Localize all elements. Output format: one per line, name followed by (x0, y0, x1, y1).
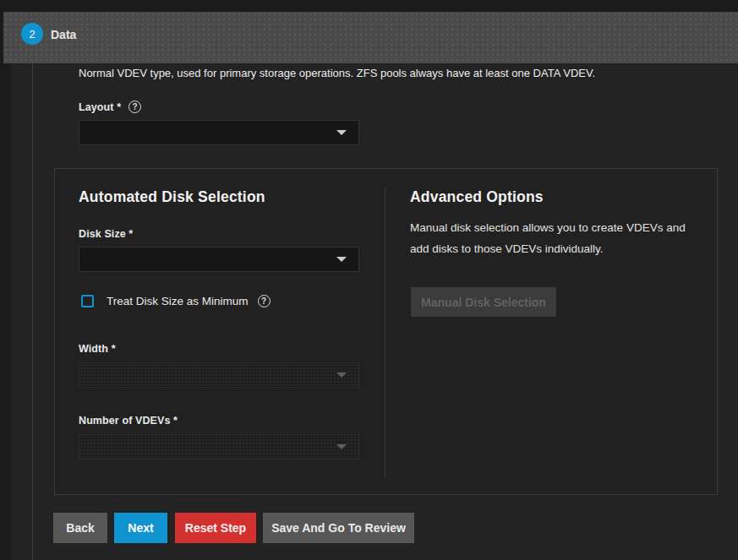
treat-min-help-icon[interactable]: ? (258, 295, 271, 307)
vdevs-label-row: Number of VDEVs * (79, 415, 178, 427)
advanced-section-title: Advanced Options (410, 188, 544, 206)
back-button[interactable]: Back (53, 513, 107, 543)
save-and-review-button[interactable]: Save And Go To Review (263, 513, 414, 543)
reset-step-button[interactable]: Reset Step (175, 513, 256, 543)
next-button[interactable]: Next (114, 513, 167, 543)
chevron-down-icon (336, 257, 347, 262)
chevron-down-icon (336, 444, 347, 449)
step-number-badge[interactable]: 2 (21, 23, 43, 45)
step-header-band[interactable] (3, 12, 738, 63)
manual-disk-selection-button: Manual Disk Selection (411, 287, 556, 317)
width-label: Width * (79, 343, 116, 355)
help-glyph: ? (261, 296, 266, 307)
disk-size-select[interactable] (79, 247, 359, 272)
advanced-description: Manual disk selection allows you to crea… (410, 217, 706, 259)
chevron-down-icon (336, 372, 347, 378)
layout-select[interactable] (79, 120, 359, 145)
step-title: Data (51, 28, 76, 41)
layout-help-icon[interactable]: ? (128, 101, 141, 113)
automated-section-title: Automated Disk Selection (79, 188, 265, 206)
layout-label-row: Layout * ? (79, 101, 141, 113)
help-glyph: ? (133, 102, 138, 112)
card-column-divider (385, 188, 385, 477)
width-select (79, 362, 359, 388)
vdevs-select (79, 434, 359, 459)
chevron-down-icon (336, 130, 347, 135)
treat-min-label: Treat Disk Size as Minimum (107, 295, 249, 307)
step-number: 2 (29, 28, 35, 41)
treat-min-checkbox[interactable] (81, 295, 94, 307)
vdev-description: Normal VDEV type, used for primary stora… (79, 67, 670, 79)
stepper-connector-line (32, 63, 33, 560)
disk-size-label: Disk Size * (79, 228, 133, 240)
treat-min-checkbox-row[interactable]: Treat Disk Size as Minimum ? (81, 295, 271, 307)
disk-size-label-row: Disk Size * (79, 228, 133, 240)
width-label-row: Width * (79, 343, 116, 355)
vdevs-label: Number of VDEVs * (79, 415, 178, 427)
layout-label: Layout * (79, 101, 121, 113)
